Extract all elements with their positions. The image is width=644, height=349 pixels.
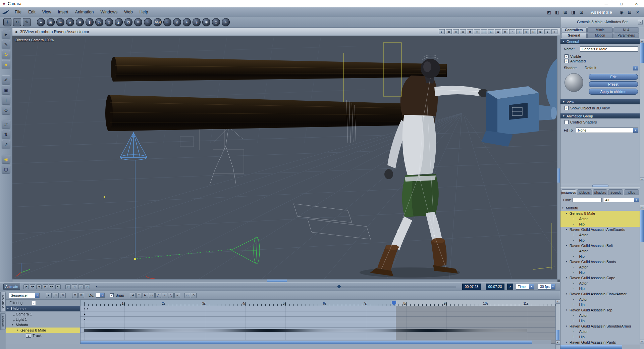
- range-start-button[interactable]: |◁: [65, 284, 71, 289]
- browser-tab[interactable]: Shaders: [593, 189, 608, 195]
- assemble-room-icon[interactable]: ⊡: [578, 10, 584, 15]
- keyframe-marker[interactable]: ▲: [84, 313, 86, 315]
- snap-checkbox[interactable]: [110, 293, 114, 297]
- menu-item[interactable]: Insert: [55, 7, 72, 17]
- sequencer-tree-item[interactable]: ▾ ◉ Camera 1: [6, 311, 80, 317]
- instance-tree-item[interactable]: ▾ Actor: [560, 313, 640, 318]
- instance-tree-item[interactable]: ▾ Actor: [560, 232, 640, 238]
- zoom-tool-icon[interactable]: ⊙: [2, 106, 10, 114]
- viewport-vertical-scrollbar[interactable]: [557, 36, 560, 280]
- render-room-icon[interactable]: ◨: [570, 10, 576, 15]
- scroll-thumb[interactable]: [640, 210, 644, 242]
- camera-icon[interactable]: ⊙: [212, 18, 220, 26]
- scroll-thumb[interactable]: [560, 345, 622, 349]
- instance-tree-item[interactable]: ▾ Raven Guild Assassin ElbowArmor: [560, 291, 640, 297]
- instance-tree-item[interactable]: ▾ Hip: [560, 334, 640, 340]
- close-button[interactable]: ✕: [629, 0, 644, 7]
- stats-display-icon[interactable]: ▥: [453, 29, 459, 34]
- fit-to-dropdown[interactable]: None ▾: [576, 128, 638, 133]
- morph-icon[interactable]: ☺: [163, 18, 171, 26]
- instance-tree-item[interactable]: ▾ Raven Guild Assassin Cape: [560, 275, 640, 281]
- expander-icon[interactable]: ▾: [566, 325, 570, 328]
- timeline-ruler[interactable]: 1s2s3s4s5s6s7s8s9s10s11s: [80, 300, 555, 306]
- visible-checkbox-row[interactable]: Visible: [565, 54, 581, 58]
- move-z-tool-icon[interactable]: ↗: [2, 140, 10, 149]
- menu-item[interactable]: Web: [121, 7, 136, 17]
- expander-icon[interactable]: ▾: [566, 260, 570, 263]
- animate-button[interactable]: Animate: [3, 284, 20, 290]
- control-shaders-checkbox-row[interactable]: Control Shaders: [565, 120, 597, 124]
- target-icon[interactable]: ⊙: [530, 29, 536, 34]
- slider-thumb[interactable]: [337, 285, 341, 288]
- shaded-sphere-icon[interactable]: ◔: [509, 29, 515, 34]
- splitter-grip[interactable]: [592, 185, 608, 187]
- instance-tree-item[interactable]: ▾ Raven Guild Assassin ArmGuards: [560, 227, 640, 232]
- sequencer-tree-item[interactable]: ▾ ◉ Genesis 8 Male: [6, 328, 80, 333]
- go-end-button[interactable]: ▶|: [55, 284, 61, 289]
- next-key-button[interactable]: ▶▶: [49, 284, 54, 289]
- tangent-auto-icon[interactable]: ≈: [174, 293, 180, 298]
- brush-tool-icon[interactable]: ✎: [23, 18, 31, 26]
- scroll-up-icon[interactable]: ▲: [640, 205, 644, 209]
- vertex-object-icon[interactable]: ◉: [47, 18, 55, 26]
- move-x-tool-icon[interactable]: ⇄: [2, 120, 10, 129]
- animated-checkbox-row[interactable]: Animated: [565, 59, 586, 63]
- eyedropper-tool-icon[interactable]: ✐: [2, 76, 10, 84]
- section-view[interactable]: ▼ View: [560, 99, 640, 104]
- key-diamond-icon[interactable]: ◇: [191, 293, 197, 298]
- eye-icon[interactable]: ◉: [26, 334, 31, 338]
- keyframe-band[interactable]: [84, 329, 527, 332]
- textured-sphere-icon[interactable]: ◐: [516, 29, 522, 34]
- terrain-icon[interactable]: ◭: [115, 18, 123, 26]
- dock-tab[interactable]: Browser: [0, 313, 6, 330]
- scroll-down-icon[interactable]: ▼: [640, 177, 644, 181]
- keyframe-marker[interactable]: ▲: [86, 307, 89, 310]
- instance-tree-item[interactable]: ▾ Genesis 8 Male: [560, 211, 640, 216]
- quad-view-icon[interactable]: ⊞: [488, 29, 494, 34]
- storyboard-room-icon[interactable]: ⊞: [562, 10, 568, 15]
- browser-tab[interactable]: Instances: [561, 189, 576, 195]
- prev-key-button[interactable]: ◀◀: [30, 284, 35, 289]
- viewport-canvas[interactable]: Director's Camera 100%: [12, 36, 557, 280]
- visible-checkbox[interactable]: [565, 54, 569, 58]
- go-start-button[interactable]: |◀: [23, 284, 29, 289]
- shader-preview-sphere[interactable]: [565, 73, 583, 92]
- move-y-tool-icon[interactable]: ⇅: [2, 130, 10, 139]
- instance-tree-item[interactable]: ▾ Actor: [560, 264, 640, 270]
- bbox-tool-icon[interactable]: ▢: [2, 165, 10, 173]
- font-text-icon[interactable]: AGI: [154, 18, 162, 26]
- plant-icon[interactable]: ✿: [124, 18, 132, 26]
- sphere-paint-tool-icon[interactable]: ●: [2, 60, 10, 69]
- instance-tree-item[interactable]: ▾ Actor: [560, 281, 640, 286]
- step-back-button[interactable]: ◁: [72, 284, 77, 289]
- instances-scrollbar[interactable]: ▲ ▼: [640, 205, 644, 344]
- time-slider[interactable]: ▲: [95, 284, 458, 289]
- expander-icon[interactable]: ▾: [566, 309, 570, 311]
- menu-item[interactable]: Edit: [25, 7, 39, 17]
- attributes-subtab[interactable]: Motion: [587, 33, 613, 38]
- expander-icon[interactable]: ▾: [17, 329, 20, 332]
- cube-primitive-icon[interactable]: ■: [76, 18, 84, 26]
- attributes-subtab[interactable]: General: [561, 33, 587, 38]
- do-dropdown[interactable]: ▾: [96, 293, 105, 298]
- panel-splitter[interactable]: [560, 184, 640, 188]
- torus-primitive-icon[interactable]: ◎: [95, 18, 103, 26]
- rotate-scene-tool-icon[interactable]: ↻: [13, 18, 21, 26]
- select-display-icon[interactable]: ►: [439, 29, 445, 34]
- select-tool-icon[interactable]: ►: [2, 30, 10, 39]
- sphere-primitive-icon[interactable]: ●: [37, 18, 45, 26]
- instance-tree-item[interactable]: ▾ Raven Guild Assassin ShoulderArmor: [560, 323, 640, 329]
- model-room-icon[interactable]: ◧: [554, 10, 560, 15]
- expander-icon[interactable]: ▾: [13, 312, 15, 316]
- tangent-smooth-out-icon[interactable]: ◡: [149, 293, 155, 298]
- instance-tree-item[interactable]: ▾ Mobutu: [560, 205, 640, 211]
- range-end-button[interactable]: ▷|: [85, 284, 90, 289]
- panel-menu-button[interactable]: ≡: [638, 20, 643, 24]
- spline-object-icon[interactable]: ∿: [56, 18, 64, 26]
- hotpoint-tool-icon[interactable]: ◉: [2, 155, 10, 163]
- instance-tree-item[interactable]: ▾ Hip: [560, 221, 640, 227]
- edit-button[interactable]: Edit: [589, 74, 638, 80]
- dock-tab[interactable]: Sequencer: [0, 292, 6, 312]
- instance-tree-item[interactable]: ▾ Raven Guild Assassin Belt: [560, 243, 640, 248]
- menu-item[interactable]: File: [11, 7, 25, 17]
